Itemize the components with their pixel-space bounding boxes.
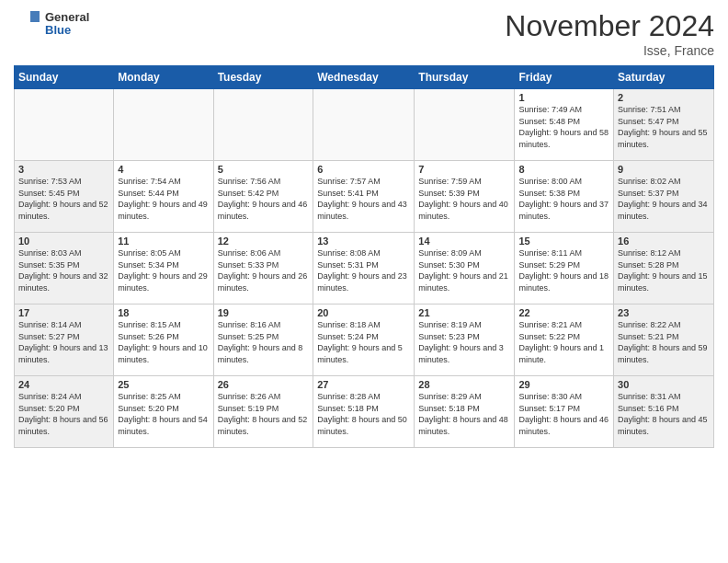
day-info: Sunrise: 8:25 AM Sunset: 5:20 PM Dayligh… (118, 391, 209, 437)
day-number: 6 (317, 164, 410, 175)
day-number: 4 (118, 164, 209, 175)
col-saturday: Saturday (614, 66, 714, 89)
day-info: Sunrise: 8:22 AM Sunset: 5:21 PM Dayligh… (618, 319, 710, 365)
table-row: 1Sunrise: 7:49 AM Sunset: 5:48 PM Daylig… (515, 89, 614, 161)
table-row: 8Sunrise: 8:00 AM Sunset: 5:38 PM Daylig… (515, 161, 614, 233)
day-info: Sunrise: 8:12 AM Sunset: 5:28 PM Dayligh… (618, 247, 710, 293)
day-info: Sunrise: 8:03 AM Sunset: 5:35 PM Dayligh… (18, 247, 109, 293)
day-info: Sunrise: 8:16 AM Sunset: 5:25 PM Dayligh… (218, 319, 310, 365)
col-wednesday: Wednesday (313, 66, 415, 89)
day-info: Sunrise: 8:31 AM Sunset: 5:16 PM Dayligh… (618, 391, 710, 437)
calendar-week-row: 17Sunrise: 8:14 AM Sunset: 5:27 PM Dayli… (15, 304, 714, 376)
day-info: Sunrise: 8:05 AM Sunset: 5:34 PM Dayligh… (118, 247, 209, 293)
month-title: November 2024 (505, 9, 714, 43)
col-friday: Friday (515, 66, 614, 89)
table-row: 13Sunrise: 8:08 AM Sunset: 5:31 PM Dayli… (313, 233, 415, 304)
table-row (213, 89, 313, 161)
header: General Blue November 2024 Isse, France (14, 9, 714, 58)
day-number: 2 (618, 92, 710, 103)
table-row (114, 89, 213, 161)
svg-marker-1 (30, 11, 40, 22)
table-row: 14Sunrise: 8:09 AM Sunset: 5:30 PM Dayli… (415, 233, 515, 304)
day-number: 22 (518, 307, 609, 318)
table-row: 17Sunrise: 8:14 AM Sunset: 5:27 PM Dayli… (15, 304, 114, 376)
table-row: 25Sunrise: 8:25 AM Sunset: 5:20 PM Dayli… (114, 376, 213, 448)
day-info: Sunrise: 7:56 AM Sunset: 5:42 PM Dayligh… (218, 176, 310, 222)
col-thursday: Thursday (415, 66, 515, 89)
logo-general: General (45, 11, 89, 24)
table-row: 30Sunrise: 8:31 AM Sunset: 5:16 PM Dayli… (614, 376, 714, 448)
day-info: Sunrise: 8:15 AM Sunset: 5:26 PM Dayligh… (118, 319, 209, 365)
title-section: November 2024 Isse, France (505, 9, 714, 58)
table-row: 2Sunrise: 7:51 AM Sunset: 5:47 PM Daylig… (614, 89, 714, 161)
day-number: 25 (118, 379, 209, 390)
location: Isse, France (505, 43, 714, 58)
table-row: 12Sunrise: 8:06 AM Sunset: 5:33 PM Dayli… (213, 233, 313, 304)
calendar-week-row: 3Sunrise: 7:53 AM Sunset: 5:45 PM Daylig… (15, 161, 714, 233)
day-info: Sunrise: 7:53 AM Sunset: 5:45 PM Dayligh… (18, 176, 109, 222)
day-number: 3 (18, 164, 109, 175)
table-row: 16Sunrise: 8:12 AM Sunset: 5:28 PM Dayli… (614, 233, 714, 304)
table-row: 19Sunrise: 8:16 AM Sunset: 5:25 PM Dayli… (213, 304, 313, 376)
day-info: Sunrise: 8:19 AM Sunset: 5:23 PM Dayligh… (418, 319, 510, 365)
table-row: 29Sunrise: 8:30 AM Sunset: 5:17 PM Dayli… (515, 376, 614, 448)
day-info: Sunrise: 8:09 AM Sunset: 5:30 PM Dayligh… (418, 247, 510, 293)
table-row: 28Sunrise: 8:29 AM Sunset: 5:18 PM Dayli… (415, 376, 515, 448)
calendar-header-row: Sunday Monday Tuesday Wednesday Thursday… (15, 66, 714, 89)
day-info: Sunrise: 7:49 AM Sunset: 5:48 PM Dayligh… (518, 104, 609, 150)
page: General Blue November 2024 Isse, France … (0, 0, 728, 563)
logo: General Blue (14, 9, 89, 39)
day-info: Sunrise: 8:26 AM Sunset: 5:19 PM Dayligh… (218, 391, 310, 437)
logo-graphic: General Blue (14, 9, 89, 39)
table-row: 26Sunrise: 8:26 AM Sunset: 5:19 PM Dayli… (213, 376, 313, 448)
day-number: 27 (317, 379, 410, 390)
day-number: 10 (18, 236, 109, 247)
day-number: 26 (218, 379, 310, 390)
day-number: 9 (618, 164, 710, 175)
day-info: Sunrise: 7:59 AM Sunset: 5:39 PM Dayligh… (418, 176, 510, 222)
table-row (313, 89, 415, 161)
day-number: 17 (18, 307, 109, 318)
table-row: 23Sunrise: 8:22 AM Sunset: 5:21 PM Dayli… (614, 304, 714, 376)
day-number: 23 (618, 307, 710, 318)
day-number: 19 (218, 307, 310, 318)
day-number: 18 (118, 307, 209, 318)
table-row: 21Sunrise: 8:19 AM Sunset: 5:23 PM Dayli… (415, 304, 515, 376)
day-info: Sunrise: 8:08 AM Sunset: 5:31 PM Dayligh… (317, 247, 410, 293)
table-row: 7Sunrise: 7:59 AM Sunset: 5:39 PM Daylig… (415, 161, 515, 233)
day-number: 21 (418, 307, 510, 318)
day-number: 13 (317, 236, 410, 247)
day-info: Sunrise: 8:11 AM Sunset: 5:29 PM Dayligh… (518, 247, 609, 293)
day-number: 7 (418, 164, 510, 175)
calendar-week-row: 24Sunrise: 8:24 AM Sunset: 5:20 PM Dayli… (15, 376, 714, 448)
table-row: 4Sunrise: 7:54 AM Sunset: 5:44 PM Daylig… (114, 161, 213, 233)
day-info: Sunrise: 8:28 AM Sunset: 5:18 PM Dayligh… (317, 391, 410, 437)
table-row: 20Sunrise: 8:18 AM Sunset: 5:24 PM Dayli… (313, 304, 415, 376)
day-number: 30 (618, 379, 710, 390)
day-info: Sunrise: 8:30 AM Sunset: 5:17 PM Dayligh… (518, 391, 609, 437)
day-number: 8 (518, 164, 609, 175)
table-row: 27Sunrise: 8:28 AM Sunset: 5:18 PM Dayli… (313, 376, 415, 448)
day-number: 14 (418, 236, 510, 247)
table-row: 10Sunrise: 8:03 AM Sunset: 5:35 PM Dayli… (15, 233, 114, 304)
day-info: Sunrise: 8:29 AM Sunset: 5:18 PM Dayligh… (418, 391, 510, 437)
table-row (415, 89, 515, 161)
day-info: Sunrise: 8:00 AM Sunset: 5:38 PM Dayligh… (518, 176, 609, 222)
table-row: 3Sunrise: 7:53 AM Sunset: 5:45 PM Daylig… (15, 161, 114, 233)
table-row: 5Sunrise: 7:56 AM Sunset: 5:42 PM Daylig… (213, 161, 313, 233)
day-number: 12 (218, 236, 310, 247)
day-info: Sunrise: 8:24 AM Sunset: 5:20 PM Dayligh… (18, 391, 109, 437)
day-number: 1 (518, 92, 609, 103)
day-number: 24 (18, 379, 109, 390)
day-info: Sunrise: 8:18 AM Sunset: 5:24 PM Dayligh… (317, 319, 410, 365)
day-number: 29 (518, 379, 609, 390)
day-number: 5 (218, 164, 310, 175)
day-info: Sunrise: 8:06 AM Sunset: 5:33 PM Dayligh… (218, 247, 310, 293)
day-info: Sunrise: 8:21 AM Sunset: 5:22 PM Dayligh… (518, 319, 609, 365)
day-info: Sunrise: 8:02 AM Sunset: 5:37 PM Dayligh… (618, 176, 710, 222)
calendar: Sunday Monday Tuesday Wednesday Thursday… (14, 65, 714, 448)
table-row: 24Sunrise: 8:24 AM Sunset: 5:20 PM Dayli… (15, 376, 114, 448)
logo-blue: Blue (45, 24, 89, 37)
col-sunday: Sunday (15, 66, 114, 89)
table-row: 11Sunrise: 8:05 AM Sunset: 5:34 PM Dayli… (114, 233, 213, 304)
